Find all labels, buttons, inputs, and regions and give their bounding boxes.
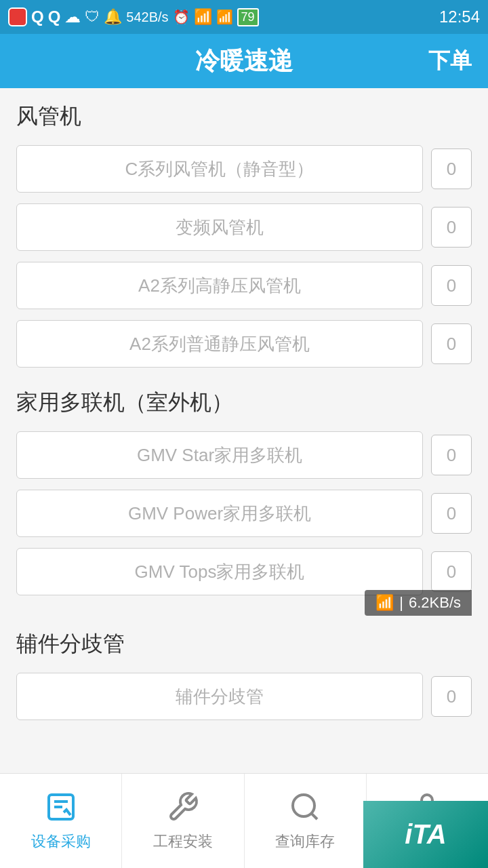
- network-speed: 542B/s: [126, 9, 168, 25]
- page-title: 冷暖速递: [195, 45, 293, 78]
- product-input-8[interactable]: 辅件分歧管: [16, 673, 423, 720]
- wifi-icon: 📶: [375, 594, 394, 612]
- quantity-box-1[interactable]: 0: [431, 149, 472, 189]
- product-name-5: GMV Star家用多联机: [137, 443, 302, 467]
- ita-watermark: iTA: [363, 801, 488, 868]
- section-fan-coil: 风管机 C系列风管机（静音型） 0 变频风管机 0 A2系列高静压风管机 0: [16, 102, 472, 368]
- status-bar: Q Q ☁ 🛡 🔔 542B/s ⏰ 📶 📶 79 12:54: [0, 0, 488, 34]
- product-name-6: GMV Power家用多联机: [128, 502, 311, 526]
- nav-label-device-purchase: 设备采购: [31, 831, 91, 852]
- quantity-box-3[interactable]: 0: [431, 265, 472, 306]
- network-speed-label: |: [399, 594, 403, 612]
- nav-item-device-purchase[interactable]: 设备采购: [0, 774, 122, 868]
- main-content: 风管机 C系列风管机（静音型） 0 变频风管机 0 A2系列高静压风管机 0: [0, 88, 488, 849]
- product-input-6[interactable]: GMV Power家用多联机: [16, 490, 423, 537]
- quantity-box-6[interactable]: 0: [431, 493, 472, 534]
- status-icons: Q Q ☁ 🛡 🔔 542B/s ⏰ 📶 📶 79: [8, 7, 259, 26]
- quantity-box-4[interactable]: 0: [431, 323, 472, 364]
- quantity-box-8[interactable]: 0: [431, 676, 472, 717]
- section-multi-split: 家用多联机（室外机） GMV Star家用多联机 0 GMV Power家用多联…: [16, 388, 472, 595]
- ita-label: iTA: [405, 819, 446, 850]
- product-input-3[interactable]: A2系列高静压风管机: [16, 262, 423, 309]
- clock: 12:54: [439, 7, 480, 26]
- section-title-multi-split: 家用多联机（室外机）: [16, 388, 472, 418]
- network-speed-overlay: 📶 | 6.2KB/s: [365, 590, 472, 616]
- product-row: 变频风管机 0: [16, 203, 472, 251]
- product-input-7[interactable]: GMV Tops家用多联机: [16, 548, 423, 595]
- product-row: A2系列高静压风管机 0: [16, 262, 472, 309]
- device-purchase-icon: [45, 791, 77, 826]
- product-name-3: A2系列高静压风管机: [138, 274, 301, 298]
- product-row: C系列风管机（静音型） 0: [16, 145, 472, 193]
- nav-label-engineering: 工程安装: [153, 831, 213, 852]
- quantity-box-7[interactable]: 0: [431, 551, 472, 592]
- svg-point-3: [293, 795, 314, 816]
- product-input-2[interactable]: 变频风管机: [16, 203, 423, 251]
- nav-item-inventory[interactable]: 查询库存: [245, 774, 367, 868]
- engineering-icon: [167, 791, 199, 826]
- product-name-4: A2系列普通静压风管机: [129, 332, 310, 356]
- nav-label-inventory: 查询库存: [275, 831, 335, 852]
- product-name-1: C系列风管机（静音型）: [125, 157, 314, 181]
- product-row: GMV Power家用多联机 0: [16, 490, 472, 537]
- section-title-accessory: 辅件分歧管: [16, 629, 472, 659]
- product-input-1[interactable]: C系列风管机（静音型）: [16, 145, 423, 193]
- network-speed-value: 6.2KB/s: [409, 594, 461, 612]
- product-name-7: GMV Tops家用多联机: [135, 560, 305, 584]
- nav-item-engineering[interactable]: 工程安装: [122, 774, 244, 868]
- section-title-fan-coil: 风管机: [16, 102, 472, 132]
- product-row: 辅件分歧管 0: [16, 673, 472, 720]
- svg-line-4: [311, 813, 317, 819]
- product-input-4[interactable]: A2系列普通静压风管机: [16, 320, 423, 368]
- place-order-button[interactable]: 下单: [428, 46, 472, 76]
- inventory-icon: [289, 791, 321, 826]
- section-accessory: 辅件分歧管 辅件分歧管 0: [16, 629, 472, 720]
- product-name-2: 变频风管机: [176, 216, 264, 239]
- product-input-5[interactable]: GMV Star家用多联机: [16, 431, 423, 479]
- product-row: GMV Tops家用多联机 0 📶 | 6.2KB/s: [16, 548, 472, 595]
- header: 冷暖速递 下单: [0, 34, 488, 88]
- quantity-box-2[interactable]: 0: [431, 207, 472, 248]
- product-row: GMV Star家用多联机 0: [16, 431, 472, 479]
- product-name-8: 辅件分歧管: [176, 685, 264, 709]
- battery-indicator: 79: [237, 8, 259, 26]
- quantity-box-5[interactable]: 0: [431, 435, 472, 475]
- product-row: A2系列普通静压风管机 0: [16, 320, 472, 368]
